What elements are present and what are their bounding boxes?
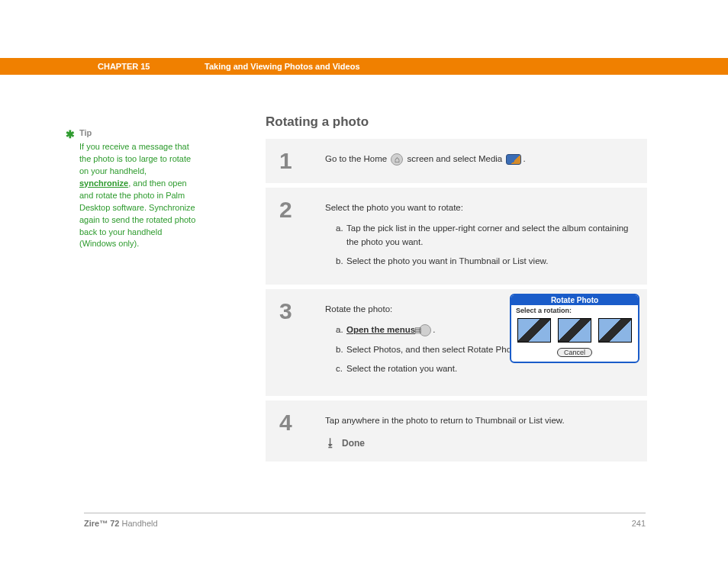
open-menus-link[interactable]: Open the menus: [346, 325, 415, 334]
section-title: Rotating a photo: [266, 114, 647, 130]
step1-text-b: screen and select Media: [404, 154, 504, 163]
main-content: Rotating a photo 1 Go to the Home screen…: [266, 114, 647, 466]
step-number: 1: [279, 150, 325, 172]
page-number: 241: [632, 519, 646, 528]
step1-text-c: .: [523, 154, 525, 163]
step-number: 4: [279, 411, 325, 434]
step-3: 3 Rotate the photo: a.Open the menus . b…: [266, 289, 647, 396]
step2-a: a.Tap the pick list in the upper-right c…: [336, 222, 633, 249]
done-row: ⭳ Done: [325, 435, 633, 451]
tip-title: Tip: [79, 127, 198, 140]
dialog-subtitle: Select a rotation:: [511, 305, 638, 316]
chapter-header: CHAPTER 15 Taking and Viewing Photos and…: [0, 58, 728, 75]
step1-text-a: Go to the Home: [325, 154, 389, 163]
tip-box: ✱ Tip If you receive a message that the …: [79, 127, 198, 250]
done-arrow-icon: ⭳: [325, 435, 336, 451]
menu-icon: [419, 324, 431, 336]
tip-text-before: If you receive a message that the photo …: [79, 142, 191, 175]
footer-product: Zire™ 72 Handheld: [84, 519, 158, 528]
step4-text: Tap anywhere in the photo to return to T…: [325, 414, 633, 427]
cancel-button[interactable]: Cancel: [557, 348, 592, 357]
step-content: Tap anywhere in the photo to return to T…: [325, 411, 633, 451]
step-content: Select the photo you want to rotate: a.T…: [325, 198, 633, 274]
done-label: Done: [342, 436, 365, 450]
step2-b: b.Select the photo you want in Thumbnail…: [336, 255, 633, 268]
chapter-title: Taking and Viewing Photos and Videos: [205, 62, 360, 71]
step-2: 2 Select the photo you want to rotate: a…: [266, 188, 647, 285]
footer-divider: [84, 513, 646, 513]
media-icon: [506, 154, 521, 165]
tip-text-after: , and then open and rotate the photo in …: [79, 179, 195, 249]
rotate-photo-dialog: Rotate Photo Select a rotation: Cancel: [510, 294, 639, 363]
rotation-thumbnails: [511, 316, 638, 345]
chapter-label: CHAPTER 15: [98, 62, 205, 71]
synchronize-link[interactable]: synchronize: [79, 179, 128, 188]
dialog-footer: Cancel: [511, 345, 638, 362]
footer: Zire™ 72 Handheld 241: [84, 519, 646, 528]
rotation-option[interactable]: [558, 318, 591, 343]
asterisk-icon: ✱: [66, 127, 75, 142]
rotation-option[interactable]: [517, 318, 551, 343]
step3-c: c.Select the rotation you want.: [336, 362, 633, 375]
dialog-title: Rotate Photo: [511, 295, 638, 305]
home-icon: [391, 153, 403, 166]
step-content: Go to the Home screen and select Media .: [325, 150, 633, 166]
step-4: 4 Tap anywhere in the photo to return to…: [266, 401, 647, 462]
product-suffix: Handheld: [119, 519, 157, 528]
rotation-option[interactable]: [598, 318, 632, 343]
product-name: Zire™ 72: [84, 519, 119, 528]
step2-intro: Select the photo you want to rotate:: [325, 201, 633, 214]
step-1: 1 Go to the Home screen and select Media…: [266, 139, 647, 183]
step-number: 3: [279, 300, 325, 323]
step-number: 2: [279, 198, 325, 221]
